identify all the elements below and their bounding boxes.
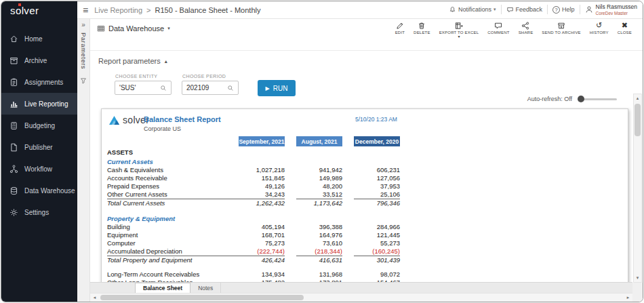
play-icon: ▶ [266, 85, 270, 92]
feedback-label: Feedback [516, 6, 543, 13]
report-subtitle: Corporate US [144, 125, 181, 132]
sidebar-item-home[interactable]: Home [1, 28, 77, 49]
archive-box-icon [557, 21, 565, 30]
speech-bubble-icon [506, 6, 514, 14]
tab-balance-sheet[interactable]: Balance Sheet [135, 283, 190, 293]
horizontal-scroll-thumb[interactable] [100, 295, 304, 300]
sidebar-item-label: Workflow [24, 165, 52, 173]
search-icon[interactable] [227, 85, 238, 92]
chevron-down-icon: ▾ [167, 26, 170, 31]
horizontal-scrollbar[interactable]: ◄ ► [90, 293, 632, 302]
help-icon: ? [552, 6, 560, 14]
scroll-up-icon[interactable]: ▲ [634, 94, 641, 102]
auto-refresh-slider[interactable] [578, 98, 617, 100]
scroll-down-icon[interactable]: ▼ [634, 274, 641, 282]
bar-chart-icon [9, 99, 18, 108]
row-value: 98,072 [354, 270, 400, 279]
sidebar-item-label: Archive [24, 57, 47, 64]
row-value: 55,273 [354, 239, 400, 247]
slider-knob[interactable] [578, 96, 584, 102]
table-row: Total Current Assets1,262,4321,173,64279… [102, 199, 628, 207]
tab-notes[interactable]: Notes [190, 283, 221, 293]
row-value: 416,631 [296, 256, 342, 264]
report-card: solver Balance Sheet Report Corporate US… [101, 108, 628, 283]
sidebar-item-workflow[interactable]: Workflow [1, 158, 77, 180]
archive-icon [9, 56, 18, 65]
gear-icon [9, 207, 18, 217]
breadcrumb-separator: > [146, 6, 150, 14]
feedback-button[interactable]: Feedback [506, 6, 543, 14]
column-header: August, 2021 [296, 136, 342, 146]
data-source-selector[interactable]: Data Warehouse ▾ [97, 24, 170, 33]
filter-icon[interactable] [80, 75, 87, 87]
sidebar-item-settings[interactable]: Settings [1, 201, 77, 223]
sidebar-item-publisher[interactable]: Publisher [1, 136, 77, 158]
workflow-nodes-icon [9, 164, 18, 174]
row-value: 25,106 [354, 190, 400, 199]
report-table-body: ASSETSCurrent AssetsCash & Equivalents1,… [102, 148, 628, 283]
sidebar-item-label: Publisher [24, 144, 53, 151]
sidebar-item-label: Budgeting [24, 122, 55, 129]
auto-refresh-label: Auto-refresh: Off [527, 96, 572, 102]
send-to-archive-button[interactable]: SEND TO ARCHIVE [542, 21, 580, 39]
row-value: (218,344) [296, 247, 342, 256]
report-parameters-toggle[interactable]: Report parameters ▴ [98, 57, 167, 65]
delete-button[interactable]: DELETE [414, 21, 430, 39]
table-row: Building405,194396,388284,966 [102, 223, 628, 231]
export-to-excel-button[interactable]: EXPORT TO EXCEL ▾ [439, 21, 479, 39]
row-value: 284,966 [354, 223, 400, 231]
collapse-chevrons-icon[interactable]: » [81, 21, 85, 28]
database-icon [9, 186, 18, 195]
report-table-header: September, 2021 August, 2021 December, 2… [102, 136, 628, 146]
sidebar-item-assignments[interactable]: Assignments [1, 71, 77, 93]
row-value: 426,424 [239, 256, 285, 264]
edit-button[interactable]: EDIT [395, 21, 405, 39]
row-label: Cash & Equivalents [107, 166, 239, 174]
history-button[interactable]: ↺ HISTORY [590, 21, 609, 39]
row-label: Property & Equipment [107, 215, 239, 223]
row-value: (160,245) [354, 247, 400, 256]
comment-button[interactable]: COMMENT [487, 21, 509, 39]
chevron-down-icon: ▾ [458, 35, 460, 39]
vertical-scroll-thumb[interactable] [635, 104, 641, 136]
sidebar-item-data-warehouse[interactable]: Data Warehouse [1, 180, 77, 201]
table-row: Accumulated Depreciation(222,744)(218,34… [102, 247, 628, 256]
table-row: Equipment168,701164,976121,445 [102, 231, 628, 239]
divider [580, 5, 580, 14]
user-role: CoreDev Master [596, 11, 637, 16]
sidebar-item-archive[interactable]: Archive [1, 49, 77, 71]
share-icon [521, 21, 529, 30]
close-button[interactable]: ✖ CLOSE [618, 21, 632, 39]
comment-bubble-icon [494, 21, 502, 30]
sidebar-item-label: Settings [24, 209, 49, 216]
scroll-right-icon[interactable]: ► [624, 296, 632, 300]
scroll-left-icon[interactable]: ◄ [90, 296, 99, 300]
clipboard-icon [9, 77, 18, 87]
row-label: Building [107, 223, 239, 231]
share-button[interactable]: SHARE [519, 21, 534, 39]
help-button[interactable]: ? Help [552, 6, 575, 14]
sidebar-item-live-reporting[interactable]: Live Reporting [1, 93, 77, 115]
content-area: Data Warehouse ▾ EDIT DELETE EXPORT TO E… [90, 19, 643, 302]
auto-refresh-control: Auto-refresh: Off [527, 96, 617, 102]
row-value: (222,744) [239, 247, 285, 256]
entity-input[interactable] [115, 81, 160, 94]
row-value: 168,701 [239, 231, 285, 239]
run-button[interactable]: ▶ RUN [258, 80, 296, 96]
period-input[interactable] [182, 81, 227, 94]
solver-mark-icon [108, 115, 120, 125]
notifications-button[interactable]: Notifications ▾ [449, 6, 496, 14]
solver-logo[interactable]: solver [1, 1, 77, 20]
period-field [182, 81, 239, 95]
table-row: Property & Equipment [102, 215, 628, 223]
breadcrumb-section[interactable]: Live Reporting [94, 6, 142, 14]
hamburger-menu-icon[interactable]: ≡ [83, 5, 88, 15]
search-icon[interactable] [160, 85, 171, 92]
row-label: Prepaid Expenses [107, 182, 239, 190]
row-label: Other Current Assets [107, 190, 239, 199]
user-menu[interactable]: Nils Rasmussen CoreDev Master [585, 4, 637, 15]
divider [547, 5, 548, 14]
vertical-scrollbar[interactable]: ▲ ▼ [633, 94, 642, 283]
sidebar-item-budgeting[interactable]: Budgeting [1, 115, 77, 136]
table-spacer [102, 264, 628, 270]
